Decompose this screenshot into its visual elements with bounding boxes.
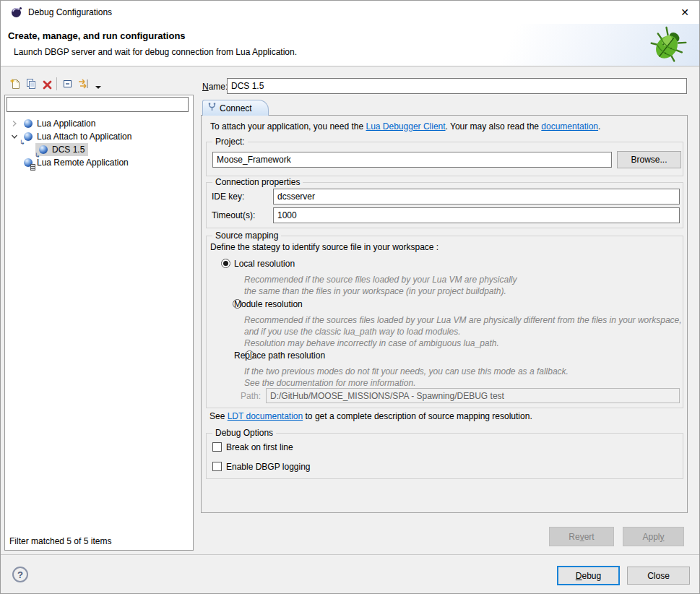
page-subtitle: Launch DBGP server and wait for debug co… bbox=[14, 47, 297, 57]
tree-item-lua-attach[interactable]: ↳ Lua Attach to Application bbox=[11, 130, 131, 143]
configurations-tree-panel: Lua Application ↳ Lua Attach to Applicat… bbox=[4, 95, 194, 551]
close-icon[interactable]: ✕ bbox=[675, 3, 695, 22]
project-group: Project: Browse... bbox=[206, 142, 683, 176]
timeout-input[interactable] bbox=[273, 207, 680, 223]
local-resolution-desc: the same than the files in your workspac… bbox=[244, 286, 506, 296]
chevron-right-icon[interactable] bbox=[11, 120, 18, 127]
connect-tab-icon bbox=[207, 103, 217, 114]
break-on-first-line-label: Break on first line bbox=[226, 442, 293, 452]
enable-dbgp-logging-label: Enable DBGP logging bbox=[226, 462, 311, 472]
debug-configurations-dialog: Debug Configurations ✕ Create, manage, a… bbox=[0, 0, 700, 594]
filter-dropdown-caret-icon[interactable] bbox=[92, 81, 105, 94]
name-label: Name: bbox=[202, 82, 228, 92]
window-title: Debug Configurations bbox=[28, 7, 112, 17]
module-resolution-desc: and if you use the classic lua_path way … bbox=[244, 327, 461, 337]
filter-input[interactable] bbox=[7, 97, 189, 112]
tree-item-label: Lua Remote Application bbox=[37, 158, 129, 168]
lua-attach-icon: ↳ bbox=[22, 132, 33, 142]
duplicate-icon[interactable] bbox=[25, 77, 38, 90]
debug-button[interactable]: Debug bbox=[557, 566, 620, 585]
footer-divider bbox=[1, 554, 699, 555]
filter-status-text: Filter matched 5 of 5 items bbox=[9, 536, 111, 546]
page-title: Create, manage, and run configurations bbox=[8, 30, 186, 41]
local-resolution-desc: Recommended if the source files loaded b… bbox=[244, 275, 517, 285]
new-configuration-icon[interactable] bbox=[9, 77, 22, 90]
project-input[interactable] bbox=[212, 152, 612, 168]
see-documentation-text: See LDT documentation to get a complete … bbox=[209, 411, 532, 421]
tree-item-lua-remote[interactable]: Lua Remote Application bbox=[22, 156, 129, 169]
filter-icon[interactable] bbox=[77, 77, 90, 90]
tree-item-dcs-15[interactable]: ↳ DCS 1.5 bbox=[35, 143, 88, 156]
timeout-label: Timeout(s): bbox=[212, 210, 255, 220]
tree-item-label: Lua Attach to Application bbox=[37, 132, 131, 142]
question-mark-icon: ? bbox=[17, 569, 23, 580]
module-resolution-label: Module resolution bbox=[234, 299, 303, 309]
project-group-label: Project: bbox=[212, 137, 248, 147]
break-on-first-line-checkbox[interactable] bbox=[212, 442, 222, 452]
help-button[interactable]: ? bbox=[12, 567, 28, 582]
tree-item-label: DCS 1.5 bbox=[52, 145, 85, 155]
connect-tab-content: To attach your application, you need the… bbox=[201, 115, 688, 513]
ide-key-label: IDE key: bbox=[212, 191, 244, 202]
intro-text: To attach your application, you need the… bbox=[210, 121, 600, 132]
tree-item-label: Lua Application bbox=[37, 119, 95, 129]
debug-options-group-label: Debug Options bbox=[212, 428, 276, 438]
lua-debugger-client-link[interactable]: Lua Debugger Client bbox=[366, 121, 445, 132]
delete-icon[interactable] bbox=[40, 78, 53, 91]
close-dialog-button[interactable]: Close bbox=[627, 567, 690, 585]
replace-path-desc: If the two previous modes do not fit you… bbox=[244, 366, 569, 376]
lua-application-icon bbox=[22, 119, 33, 129]
browse-button[interactable]: Browse... bbox=[617, 151, 681, 168]
tree-item-lua-application[interactable]: Lua Application bbox=[11, 117, 95, 130]
module-resolution-desc: Recommended if the sources files loaded … bbox=[244, 315, 682, 325]
name-input[interactable] bbox=[227, 78, 687, 94]
toolbar-separator bbox=[56, 77, 57, 90]
source-mapping-group-label: Source mapping bbox=[212, 231, 281, 241]
apply-button: Apply bbox=[623, 527, 684, 546]
collapse-all-icon[interactable] bbox=[61, 77, 74, 90]
title-bar: Debug Configurations ✕ bbox=[1, 1, 699, 24]
replace-path-resolution-label: Replace path resolution bbox=[234, 350, 325, 361]
replace-path-desc: See the documentation for more informati… bbox=[244, 378, 415, 388]
documentation-link[interactable]: documentation bbox=[541, 121, 598, 132]
lua-attach-icon: ↳ bbox=[38, 145, 48, 155]
bug-icon bbox=[646, 25, 688, 69]
connection-group-label: Connection properties bbox=[212, 177, 303, 187]
ldt-documentation-link[interactable]: LDT documentation bbox=[228, 411, 303, 421]
source-mapping-group: Source mapping Define the stategy to ide… bbox=[206, 236, 683, 408]
path-label: Path: bbox=[241, 391, 261, 401]
ide-key-input[interactable] bbox=[273, 189, 680, 205]
lua-remote-icon bbox=[22, 158, 33, 168]
local-resolution-radio[interactable] bbox=[221, 259, 230, 268]
enable-dbgp-logging-checkbox[interactable] bbox=[212, 462, 222, 471]
connection-properties-group: Connection properties IDE key: Timeout(s… bbox=[206, 182, 683, 228]
debug-options-group: Debug Options Break on first line Enable… bbox=[206, 433, 683, 479]
path-input bbox=[266, 388, 680, 403]
tab-label: Connect bbox=[220, 103, 252, 113]
local-resolution-label: Local resolution bbox=[234, 259, 295, 269]
header-banner: Create, manage, and run configurations L… bbox=[1, 24, 699, 66]
source-mapping-intro: Define the stategy to identify source fi… bbox=[210, 242, 438, 252]
module-resolution-desc: Resolution may behave incorrectly in cas… bbox=[244, 338, 499, 348]
chevron-down-icon[interactable] bbox=[11, 133, 18, 140]
tab-connect[interactable]: Connect bbox=[202, 100, 269, 116]
revert-button: Revert bbox=[549, 527, 614, 546]
debug-configurations-icon bbox=[11, 7, 22, 20]
